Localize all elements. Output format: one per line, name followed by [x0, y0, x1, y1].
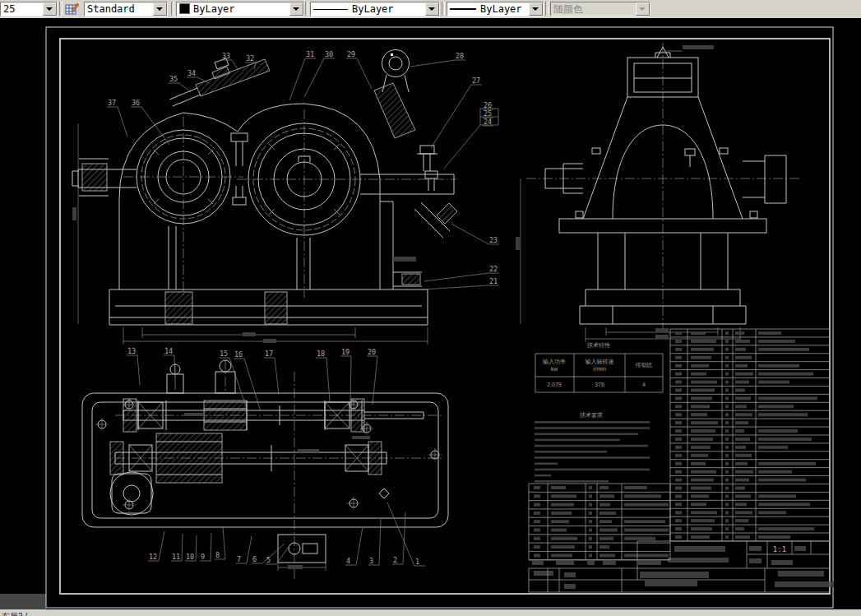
redacted-text: [263, 339, 276, 343]
callout-33: 33: [222, 52, 230, 60]
callout-26: 26: [484, 101, 492, 109]
redacted-text: [556, 561, 574, 565]
callout-20: 20: [368, 348, 376, 356]
layout-tab-strip[interactable]: 布局2 /: [0, 609, 861, 616]
callout-23: 23: [489, 236, 498, 244]
callout-27: 27: [472, 76, 480, 85]
callout-7: 7: [237, 555, 241, 563]
callout-19: 19: [341, 348, 349, 356]
redacted-text: [243, 332, 256, 336]
tech-req-title: 技术要求: [579, 412, 603, 419]
callout-2: 2: [393, 556, 397, 564]
callout-28: 28: [456, 52, 464, 60]
callout-29: 29: [347, 50, 355, 58]
cad-application-window: 25 Standard ByLayer ByLayer ByLayer: [0, 0, 861, 616]
callout-37: 37: [108, 99, 116, 107]
redacted-text: [749, 558, 761, 563]
callout-15: 15: [220, 350, 228, 358]
callout-18: 18: [317, 350, 325, 358]
svg-text:kw: kw: [551, 366, 559, 372]
callout-22: 22: [489, 265, 498, 273]
callout-24: 24: [484, 118, 492, 126]
redacted-text: [564, 572, 576, 577]
redacted-text: [778, 571, 824, 577]
callout-35: 35: [169, 75, 178, 83]
redacted-text: [794, 546, 806, 551]
redacted-text: [587, 561, 595, 565]
redacted-text: [655, 328, 669, 332]
redacted-text: [668, 558, 729, 563]
redacted-text: [564, 584, 576, 589]
input-speed-value: 376: [595, 382, 604, 387]
callout-17: 17: [265, 350, 273, 358]
redacted-text: [352, 436, 370, 439]
callout-1: 1: [415, 558, 419, 566]
callout-9: 9: [201, 553, 205, 561]
redacted-text: [532, 561, 544, 565]
redacted-text: [640, 572, 709, 578]
ratio-value: 4: [642, 382, 646, 387]
callout-12: 12: [149, 553, 157, 561]
callout-25: 25: [484, 109, 492, 118]
callout-8: 8: [215, 551, 220, 559]
redacted-text: [184, 413, 204, 416]
drawing-canvas[interactable]: 3736353433323130292827262524232221131415…: [0, 0, 861, 616]
layout-tab[interactable]: 布局2 /: [2, 612, 27, 616]
redacted-text: [683, 45, 714, 49]
cursor-blip: [391, 53, 393, 56]
redacted-text: [655, 335, 669, 339]
callout-10: 10: [186, 553, 194, 561]
callout-4: 4: [346, 557, 350, 565]
redacted-text: [674, 546, 725, 552]
redacted-text: [393, 257, 416, 262]
redacted-text: [516, 237, 520, 250]
redacted-text: [645, 581, 697, 586]
scale-value: 1:1: [773, 545, 786, 553]
callout-31: 31: [306, 50, 314, 58]
redacted-text: [638, 561, 661, 565]
redacted-text: [534, 571, 553, 576]
redacted-text: [749, 546, 761, 551]
callout-36: 36: [132, 99, 140, 107]
input-power-value: 2.079: [547, 382, 562, 387]
col2-header: 输入轴转速: [586, 359, 614, 365]
callout-34: 34: [187, 69, 196, 77]
col1-header: 输入功率: [543, 359, 566, 365]
callout-21: 21: [489, 277, 498, 285]
callout-14: 14: [164, 347, 173, 355]
callout-13: 13: [127, 347, 136, 355]
redacted-text: [603, 561, 616, 565]
redacted-text: [72, 207, 76, 220]
redacted-text: [298, 449, 319, 452]
callout-30: 30: [325, 50, 333, 58]
callout-32: 32: [246, 54, 254, 63]
svg-text:r/min: r/min: [593, 366, 606, 372]
callout-5: 5: [266, 556, 271, 564]
col3-header: 传动比: [636, 362, 653, 368]
ui-corner-block: [0, 594, 46, 609]
callout-16: 16: [234, 350, 243, 359]
redacted-text: [288, 565, 303, 569]
redacted-text: [771, 560, 793, 565]
tech-spec-title: 技术特性: [586, 342, 610, 349]
callout-11: 11: [172, 553, 180, 561]
redacted-text: [775, 581, 834, 587]
callout-6: 6: [252, 555, 257, 563]
callout-3: 3: [369, 557, 373, 565]
